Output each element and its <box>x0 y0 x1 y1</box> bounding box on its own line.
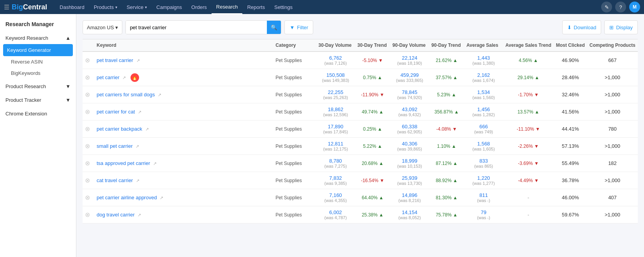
remove-row-icon[interactable]: ⊗ <box>85 57 90 64</box>
external-link-icon[interactable]: ↗ <box>158 92 161 97</box>
nav-research[interactable]: Research <box>212 0 243 14</box>
trend30-cell: 0.75% ▲ <box>355 69 390 86</box>
menu-icon[interactable]: ☰ <box>4 4 9 11</box>
clicked-value: 32.46% <box>562 92 579 97</box>
external-link-icon[interactable]: ↗ <box>122 75 126 80</box>
trend30-value: -5.10% ▼ <box>362 58 383 63</box>
search-button[interactable]: 🔍 <box>267 20 281 34</box>
keyword-link[interactable]: pet carrier <box>97 74 120 80</box>
sidebar-section-product-research: Product Research ▼ <box>0 80 76 92</box>
external-link-icon[interactable]: ↗ <box>136 144 139 149</box>
display-button[interactable]: ⊞ Display <box>604 20 638 34</box>
external-link-icon[interactable]: ↗ <box>136 58 140 63</box>
trend90-value: 1.10% ▲ <box>437 144 456 149</box>
search-icon: 🔍 <box>271 25 277 30</box>
nav-reports[interactable]: Reports <box>242 0 270 14</box>
remove-row-icon[interactable]: ⊗ <box>85 143 90 149</box>
avg-trend-value: - <box>528 195 529 200</box>
trend30-cell: 49.74% ▲ <box>355 103 390 121</box>
filter-button[interactable]: ▼ Filter <box>284 20 313 34</box>
keyword-link[interactable]: pet carrier for cat <box>97 109 135 115</box>
remove-row-icon[interactable]: ⊗ <box>85 91 90 98</box>
col-header-keyword[interactable]: Keyword <box>94 39 273 52</box>
external-link-icon[interactable]: ↗ <box>136 178 139 183</box>
sidebar-item-label: BigKeywords <box>11 70 41 76</box>
vol90-cell: 22,124 (was 18,190) <box>390 51 429 69</box>
nav-help-icon-btn[interactable]: ? <box>615 2 626 12</box>
external-link-icon[interactable]: ↗ <box>153 161 157 166</box>
search-input[interactable] <box>126 21 267 34</box>
category-value: Pet Supplies <box>275 212 302 218</box>
nav-dashboard[interactable]: Dashboard <box>55 0 89 14</box>
competing-value: 780 <box>608 126 617 132</box>
external-link-icon[interactable]: ↗ <box>138 213 141 217</box>
trend30-value: 5.22% ▲ <box>363 144 382 149</box>
vol30-main: 7,832 <box>318 175 353 181</box>
nav-campaigns[interactable]: Campaigns <box>152 0 187 14</box>
competing-cell: >1,000 <box>587 69 638 86</box>
avg-sales-sub: (was 1,605) <box>466 147 501 151</box>
nav-pencil-icon-btn[interactable]: ✎ <box>601 2 612 12</box>
col-header-90vol[interactable]: 90-Day Volume <box>390 39 429 52</box>
keyword-link[interactable]: pet carriers for small dogs <box>97 92 155 97</box>
keyword-link[interactable]: pet carrier airline approved <box>97 195 157 200</box>
vol30-sub: (was 7,275) <box>318 164 353 168</box>
vol30-main: 7,160 <box>318 192 353 198</box>
keyword-link[interactable]: small pet carrier <box>97 143 132 149</box>
category-value: Pet Supplies <box>275 109 302 115</box>
avg-trend-value: 13.57% ▲ <box>517 109 539 115</box>
sidebar-group-keyword-research[interactable]: Keyword Research ▲ <box>0 32 76 44</box>
remove-row-icon[interactable]: ⊗ <box>85 126 90 132</box>
avg-trend-cell: 13.57% ▲ <box>503 103 554 121</box>
remove-row-icon[interactable]: ⊗ <box>85 74 90 81</box>
nav-orders[interactable]: Orders <box>187 0 212 14</box>
user-avatar[interactable]: M <box>629 2 640 12</box>
vol30-sub: (was 9,385) <box>318 181 353 186</box>
sidebar-item-bigkeywords[interactable]: BigKeywords <box>0 67 76 79</box>
keyword-link[interactable]: pet travel carrier <box>97 57 133 63</box>
col-header-category[interactable]: Category <box>273 39 316 52</box>
sidebar-item-keyword-generator[interactable]: Keyword Generator <box>3 44 73 56</box>
nav-settings[interactable]: Settings <box>270 0 297 14</box>
col-header-clicked[interactable]: Most Clicked <box>554 39 587 52</box>
competing-value: >1,000 <box>605 109 620 115</box>
trend30-cell: -16.54% ▼ <box>355 172 390 189</box>
col-header-30vol[interactable]: 30-Day Volume <box>316 39 355 52</box>
external-link-icon[interactable]: ↗ <box>145 127 149 131</box>
external-link-icon[interactable]: ↗ <box>138 110 141 114</box>
sidebar-group-product-research[interactable]: Product Research ▼ <box>0 80 76 92</box>
avg-sales-cell: 811 (was -) <box>464 189 503 206</box>
keyword-link[interactable]: tsa approved pet carrier <box>97 160 150 166</box>
remove-row-icon[interactable]: ⊗ <box>85 160 90 167</box>
nav-service[interactable]: Service ▾ <box>122 0 152 14</box>
remove-row-icon[interactable]: ⊗ <box>85 177 90 184</box>
avg-trend-cell: - <box>503 206 554 223</box>
col-header-competing[interactable]: Competing Products <box>587 39 638 52</box>
keyword-link[interactable]: dog travel carrier <box>97 212 135 218</box>
trend90-value: 37.57% ▲ <box>436 75 457 80</box>
avg-sales-sub: (was 1,277) <box>466 181 501 186</box>
vol30-cell: 8,780 (was 7,275) <box>316 155 355 172</box>
col-header-avg-trend[interactable]: Average Sales Trend <box>503 39 554 52</box>
remove-row-icon[interactable]: ⊗ <box>85 108 90 115</box>
competing-cell: 407 <box>587 189 638 206</box>
sidebar-item-reverse-asin[interactable]: Reverse ASIN <box>0 56 76 67</box>
download-button[interactable]: ⬇ Download <box>562 20 602 34</box>
sidebar-group-product-tracker[interactable]: Product Tracker ▼ <box>0 94 76 106</box>
col-header-90trend[interactable]: 90-Day Trend <box>429 39 464 52</box>
keyword-link[interactable]: pet carrier backpack <box>97 126 142 132</box>
remove-row-icon[interactable]: ⊗ <box>85 211 90 218</box>
clicked-cell: 41.56% <box>554 103 587 121</box>
table-row: ⊗ cat travel carrier ↗ Pet Supplies 7,83… <box>83 172 638 189</box>
vol90-cell: 18,999 (was 10,153) <box>390 155 429 172</box>
nav-products[interactable]: Products ▾ <box>89 0 122 14</box>
remove-row-icon[interactable]: ⊗ <box>85 194 90 201</box>
sidebar-item-chrome-extension[interactable]: Chrome Extension <box>0 108 76 120</box>
brand-logo[interactable]: ☰ BigCentral <box>4 3 47 11</box>
marketplace-selector[interactable]: Amazon US ▾ <box>83 20 122 34</box>
external-link-icon[interactable]: ↗ <box>160 195 163 200</box>
toolbar: Amazon US ▾ 🔍 ▼ Filter ⬇ Download ⊞ <box>83 20 638 34</box>
col-header-30trend[interactable]: 30-Day Trend <box>355 39 390 52</box>
keyword-link[interactable]: cat travel carrier <box>97 177 133 183</box>
col-header-avg-sales[interactable]: Average Sales <box>464 39 503 52</box>
